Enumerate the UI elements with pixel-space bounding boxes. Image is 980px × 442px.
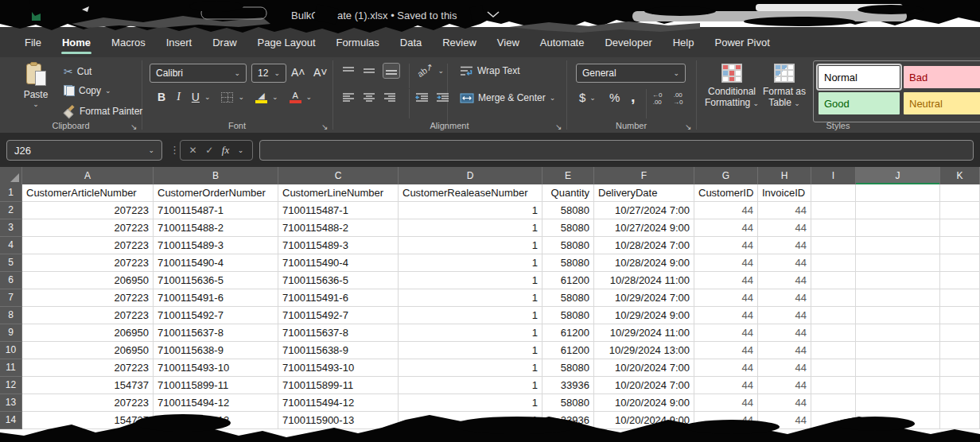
cell[interactable] <box>940 272 980 289</box>
row-header-10[interactable]: 10 <box>0 342 22 359</box>
font-dialog-launcher-icon[interactable]: ↘ <box>321 122 328 131</box>
cell[interactable] <box>811 377 856 394</box>
cell[interactable]: 10/28/2024 9:00 <box>594 254 694 272</box>
font-name-combo[interactable]: Calibri ⌄ <box>150 64 247 83</box>
cell[interactable]: 58080 <box>542 237 594 254</box>
cell[interactable]: 58080 <box>542 289 594 307</box>
cell[interactable]: 44 <box>758 377 811 394</box>
cell[interactable] <box>940 394 980 412</box>
cell[interactable]: 44 <box>758 342 811 359</box>
cell[interactable]: 206950 <box>22 272 154 289</box>
cell[interactable]: Quantity <box>542 184 594 202</box>
cell[interactable]: 7100115492-7 <box>278 307 399 324</box>
cell[interactable] <box>811 359 856 377</box>
row-header-1[interactable]: 1 <box>0 184 22 202</box>
align-center-button[interactable] <box>363 92 375 103</box>
cell[interactable]: 7100115900-13 <box>278 412 399 429</box>
style-chip-neutral[interactable]: Neutral <box>904 92 980 114</box>
row-header-8[interactable]: 8 <box>0 307 22 324</box>
cell[interactable]: 44 <box>758 289 811 307</box>
cell[interactable]: 207223 <box>22 394 154 412</box>
tab-data[interactable]: Data <box>390 32 432 53</box>
cell[interactable]: 44 <box>758 237 811 254</box>
cell[interactable] <box>856 377 940 394</box>
style-chip-bad[interactable]: Bad <box>904 66 980 88</box>
search-box[interactable] <box>632 11 907 21</box>
cell[interactable]: 7100115899-11 <box>154 377 278 394</box>
cell[interactable]: CustomerLineNumber <box>278 184 399 202</box>
bold-button[interactable]: B <box>158 91 165 103</box>
column-header-f[interactable]: F <box>594 167 694 184</box>
cell[interactable]: 207223 <box>22 359 154 377</box>
cell[interactable] <box>856 254 940 272</box>
cell[interactable]: 7100115491-6 <box>278 289 399 307</box>
cell[interactable]: 44 <box>694 219 758 237</box>
cell[interactable]: 1 <box>399 202 542 219</box>
cell[interactable]: CustomerOrderNumber <box>154 184 278 202</box>
cell[interactable]: 44 <box>694 342 758 359</box>
cell[interactable]: 1 <box>399 377 542 394</box>
cell[interactable]: 7100115487-1 <box>154 202 278 219</box>
cell[interactable]: 7100115489-3 <box>154 237 278 254</box>
cell[interactable]: 58080 <box>542 307 594 324</box>
cell[interactable]: 7100115488-2 <box>278 219 399 237</box>
increase-font-button[interactable]: A˄ <box>291 66 305 79</box>
cell[interactable]: 10/28/2024 7:00 <box>594 237 694 254</box>
cell[interactable] <box>856 324 940 342</box>
currency-button[interactable]: $ ⌄ <box>579 91 596 104</box>
cell[interactable]: 44 <box>758 219 811 237</box>
number-format-combo[interactable]: General ⌄ <box>576 64 686 83</box>
tab-formulas[interactable]: Formulas <box>326 32 390 53</box>
font-size-combo[interactable]: 12 ⌄ <box>251 64 286 83</box>
cell[interactable]: 61200 <box>542 324 594 342</box>
name-box[interactable]: J26 ⌄ <box>6 140 162 161</box>
cell[interactable] <box>811 307 856 324</box>
cell[interactable] <box>811 219 856 237</box>
fill-color-button[interactable]: ◢ <box>255 91 267 103</box>
cell[interactable]: 44 <box>694 272 758 289</box>
style-chip-good[interactable]: Good <box>819 92 900 114</box>
align-top-button[interactable] <box>342 65 355 76</box>
cell[interactable]: 7100115899-11 <box>278 377 399 394</box>
cell[interactable]: 7100115636-5 <box>154 272 278 289</box>
decrease-font-button[interactable]: A˅ <box>313 66 328 79</box>
cell[interactable]: 10/27/2024 7:00 <box>594 202 694 219</box>
row-header-4[interactable]: 4 <box>0 237 22 254</box>
cell[interactable]: 58080 <box>542 359 594 377</box>
tab-automate[interactable]: Automate <box>530 32 595 53</box>
cell[interactable]: 7100115637-8 <box>154 324 278 342</box>
cell[interactable]: 44 <box>694 412 758 429</box>
cell[interactable] <box>811 237 856 254</box>
insert-function-button[interactable]: fx <box>222 144 229 157</box>
column-header-i[interactable]: I <box>811 167 856 184</box>
cell[interactable] <box>940 412 980 429</box>
cell[interactable]: 207223 <box>22 202 154 219</box>
cancel-button[interactable]: ✕ <box>189 145 197 156</box>
wrap-text-button[interactable]: Wrap Text <box>460 65 520 76</box>
format-painter-button[interactable]: Format Painter <box>64 105 142 117</box>
cell[interactable]: 44 <box>758 254 811 272</box>
cell[interactable]: 44 <box>758 307 811 324</box>
column-header-c[interactable]: C <box>278 167 399 184</box>
row-header-5[interactable]: 5 <box>0 254 22 272</box>
cell[interactable]: 10/20/2024 7:00 <box>594 359 694 377</box>
align-left-button[interactable] <box>342 92 355 103</box>
row-header-3[interactable]: 3 <box>0 219 22 237</box>
cell[interactable]: 44 <box>694 307 758 324</box>
cell[interactable]: 7100115492-7 <box>154 307 278 324</box>
row-header-7[interactable]: 7 <box>0 289 22 307</box>
cell[interactable] <box>811 202 856 219</box>
cell[interactable]: 1 <box>399 412 542 429</box>
font-color-button[interactable]: A <box>290 91 301 103</box>
number-dialog-launcher-icon[interactable]: ↘ <box>685 122 691 131</box>
cell[interactable] <box>856 272 940 289</box>
cell[interactable]: 1 <box>399 394 542 412</box>
cell[interactable]: 207223 <box>22 219 154 237</box>
cell[interactable]: 61200 <box>542 272 594 289</box>
row-header-12[interactable]: 12 <box>0 377 22 394</box>
row-header-6[interactable]: 6 <box>0 272 22 289</box>
cell[interactable] <box>856 219 940 237</box>
align-bottom-button[interactable] <box>383 64 399 78</box>
cell[interactable] <box>940 377 980 394</box>
cell[interactable]: CustomerID <box>694 184 758 202</box>
